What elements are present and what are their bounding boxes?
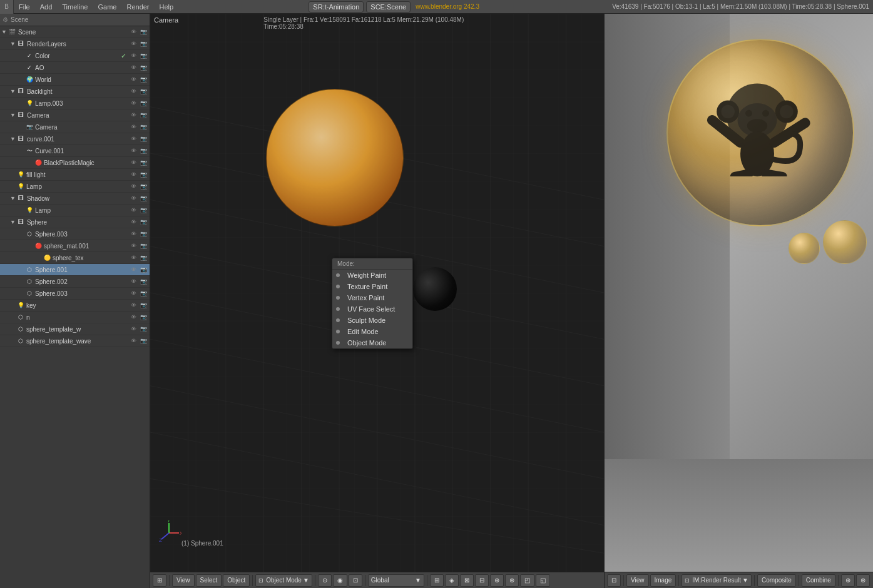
render-icon[interactable]: 📷 (138, 193, 148, 203)
visibility-icon[interactable]: 👁 (128, 288, 138, 298)
vtb-snap7[interactable]: ◰ (520, 574, 534, 587)
outliner-content[interactable]: ▼🎬Scene👁📷▼🎞RenderLayers👁📷✓Color✓👁📷✓AO👁📷🌍… (0, 26, 150, 588)
visibility-icon[interactable]: 👁 (128, 27, 138, 37)
render-icon[interactable]: 📷 (138, 134, 148, 144)
vtb-shading1[interactable]: ⊙ (318, 574, 332, 587)
visibility-icon[interactable]: 👁 (128, 39, 138, 49)
menu-timeline[interactable]: Timeline (57, 0, 93, 14)
visibility-icon[interactable]: 👁 (128, 63, 138, 73)
vtb-snap2[interactable]: ◈ (445, 574, 459, 587)
visibility-icon[interactable]: 👁 (128, 110, 138, 120)
rtb-composite-btn[interactable]: Composite (757, 574, 796, 587)
outliner-item-16[interactable]: ▼🎞Sphere👁📷 (0, 216, 150, 228)
visibility-icon[interactable]: 👁 (128, 122, 138, 132)
outliner-item-17[interactable]: ⬡Sphere.003👁📷 (0, 228, 150, 240)
vtb-object[interactable]: Object (223, 574, 250, 587)
visibility-icon[interactable]: 👁 (128, 324, 138, 334)
render-icon[interactable]: 📷 (138, 158, 148, 168)
rtb-icon2[interactable]: ⊕ (841, 574, 855, 587)
visibility-icon[interactable]: 👁 (128, 265, 138, 275)
render-icon[interactable]: 📷 (138, 288, 148, 298)
menu-sculpt-mode[interactable]: Sculpt Mode (332, 315, 412, 326)
vtb-snap3[interactable]: ⊠ (460, 574, 474, 587)
outliner-item-18[interactable]: 🔴sphere_mat.001👁📷 (0, 240, 150, 252)
render-icon[interactable]: 📷 (138, 300, 148, 310)
vtb-mode-dropdown[interactable]: ⊡ Object Mode ▼ (255, 574, 312, 587)
rtb-render-result-dropdown[interactable]: ⊡ IM:Render Result ▼ (682, 574, 752, 587)
visibility-icon[interactable]: 👁 (128, 241, 138, 251)
rtb-combine-btn[interactable]: Combine (802, 574, 835, 587)
menu-add[interactable]: Add (35, 0, 58, 14)
menu-help[interactable]: Help (155, 0, 179, 14)
visibility-icon[interactable]: 👁 (128, 193, 138, 203)
render-icon[interactable]: 📷 (138, 276, 148, 286)
render-icon[interactable]: 📷 (138, 205, 148, 215)
rtb-icon3[interactable]: ⊗ (856, 574, 870, 587)
render-icon[interactable]: 📷 (138, 74, 148, 84)
vtb-pivot-dropdown[interactable]: Global ▼ (368, 574, 424, 587)
outliner-item-19[interactable]: 🟡sphere_tex👁📷 (0, 252, 150, 264)
render-icon[interactable]: 📷 (138, 324, 148, 334)
render-icon[interactable]: 📷 (138, 265, 148, 275)
visibility-icon[interactable]: 👁 (128, 312, 138, 322)
visibility-icon[interactable]: 👁 (128, 229, 138, 239)
outliner-item-4[interactable]: 🌍World👁📷 (0, 74, 150, 86)
menu-render[interactable]: Render (121, 0, 154, 14)
render-icon[interactable]: 📷 (138, 170, 148, 180)
render-icon[interactable]: 📷 (138, 146, 148, 156)
vtb-snap5[interactable]: ⊕ (490, 574, 504, 587)
outliner-item-9[interactable]: ▼🎞curve.001👁📷 (0, 133, 150, 145)
outliner-item-15[interactable]: 💡Lamp👁📷 (0, 205, 150, 216)
outliner-item-14[interactable]: ▼🎞Shadow👁📷 (0, 193, 150, 205)
render-icon[interactable]: 📷 (138, 229, 148, 239)
visibility-icon[interactable]: 👁 (128, 300, 138, 310)
render-icon[interactable]: 📷 (138, 110, 148, 120)
outliner-item-6[interactable]: 💡Lamp.003👁📷 (0, 98, 150, 109)
outliner-item-7[interactable]: ▼🎞Camera👁📷 (0, 109, 150, 121)
menu-object-mode[interactable]: Object Mode (332, 337, 412, 348)
outliner-item-26[interactable]: ⬡sphere_template_wave👁📷 (0, 335, 150, 347)
outliner-item-5[interactable]: ▼🎞Backlight👁📷 (0, 86, 150, 98)
outliner-item-25[interactable]: ⬡sphere_template_w👁📷 (0, 323, 150, 335)
menu-uv-face-select[interactable]: UV Face Select (332, 303, 412, 315)
vtb-snap1[interactable]: ⊞ (430, 574, 444, 587)
outliner-item-21[interactable]: ⬡Sphere.002👁📷 (0, 276, 150, 288)
outliner-item-10[interactable]: 〜Curve.001👁📷 (0, 145, 150, 157)
render-icon[interactable]: 📷 (138, 217, 148, 227)
visibility-icon[interactable]: 👁 (128, 336, 138, 346)
menu-game[interactable]: Game (93, 0, 121, 14)
render-icon[interactable]: 📷 (138, 312, 148, 322)
outliner-item-20[interactable]: ⬡Sphere.001👁📷 (0, 264, 150, 276)
visibility-icon[interactable]: 👁 (128, 86, 138, 96)
rtb-icon[interactable]: ⊡ (607, 574, 621, 587)
visibility-icon[interactable]: 👁 (128, 134, 138, 144)
visibility-icon[interactable]: 👁 (128, 253, 138, 263)
visibility-icon[interactable]: 👁 (128, 205, 138, 215)
visibility-icon[interactable]: 👁 (128, 51, 138, 61)
visibility-icon[interactable]: 👁 (128, 98, 138, 108)
outliner-item-8[interactable]: 📷Camera👁📷 (0, 121, 150, 133)
vtb-snap6[interactable]: ⊗ (505, 574, 519, 587)
visibility-icon[interactable]: 👁 (128, 217, 138, 227)
vtb-select[interactable]: Select (196, 574, 222, 587)
render-icon[interactable]: 📷 (138, 122, 148, 132)
scene2-dropdown[interactable]: SCE:Scene (366, 1, 411, 13)
rtb-image[interactable]: Image (650, 574, 676, 587)
vtb-shading2[interactable]: ◉ (333, 574, 347, 587)
render-icon[interactable]: 📷 (138, 253, 148, 263)
vtb-shading3[interactable]: ⊡ (349, 574, 362, 587)
visibility-icon[interactable]: 👁 (128, 146, 138, 156)
outliner-item-23[interactable]: 💡key👁📷 (0, 300, 150, 312)
outliner-item-11[interactable]: 🔴BlackPlasticMagic👁📷 (0, 157, 150, 169)
outliner-item-1[interactable]: ▼🎞RenderLayers👁📷 (0, 38, 150, 50)
menu-texture-paint[interactable]: Texture Paint (332, 281, 412, 292)
render-viewport[interactable]: Single Layer | Fra:1 Ve:158091 Fa:161218… (605, 14, 873, 572)
render-icon[interactable]: 📷 (138, 27, 148, 37)
render-icon[interactable]: 📷 (138, 181, 148, 191)
outliner-item-3[interactable]: ✓AO👁📷 (0, 62, 150, 74)
vtb-icon-btn[interactable]: ⊞ (153, 574, 166, 587)
outliner-item-0[interactable]: ▼🎬Scene👁📷 (0, 26, 150, 38)
render-icon[interactable]: 📷 (138, 63, 148, 73)
outliner-item-12[interactable]: 💡fill light👁📷 (0, 169, 150, 181)
website-link[interactable]: www.blender.org 242.3 (413, 3, 482, 10)
